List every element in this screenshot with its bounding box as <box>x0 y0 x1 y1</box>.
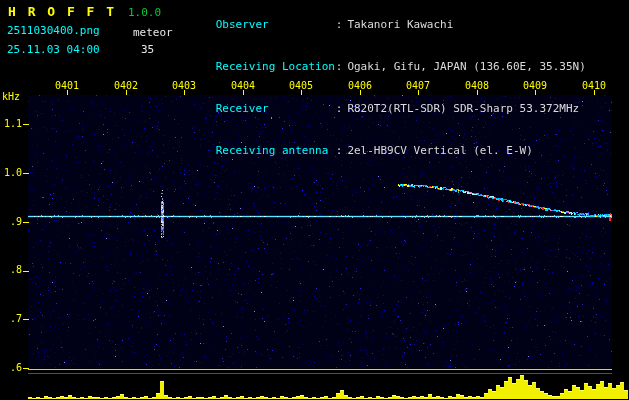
info-label: Receiving antenna <box>216 144 336 158</box>
x-tick-label: 0410 <box>579 81 609 91</box>
x-tick-label: 0408 <box>462 81 492 91</box>
x-tick-label: 0409 <box>520 81 550 91</box>
info-colon: : <box>336 60 343 73</box>
y-tick-label: .6 <box>0 363 22 373</box>
info-label: Observer <box>216 18 336 32</box>
info-value: R820T2(RTL-SDR) SDR-Sharp 53.372MHz <box>347 102 579 115</box>
info-label: Receiver <box>216 102 336 116</box>
x-tick-label: 0407 <box>403 81 433 91</box>
info-colon: : <box>336 102 343 115</box>
x-tick-label: 0405 <box>286 81 316 91</box>
y-tick-label: .8 <box>0 265 22 275</box>
y-tick-label: 1.1 <box>0 119 22 129</box>
output-filename: 2511030400.png <box>7 24 100 37</box>
info-row-observer: Observer:Takanori Kawachi <box>176 4 586 46</box>
mode-label: meteor <box>133 26 173 39</box>
datetime-label: 25.11.03 04:00 <box>7 43 100 56</box>
info-colon: : <box>336 144 343 157</box>
info-colon: : <box>336 18 343 31</box>
info-row-antenna: Receiving antenna:2el-HB9CV Vertical (el… <box>176 130 586 172</box>
x-tick-label: 0401 <box>52 81 82 91</box>
y-tick-label: .9 <box>0 217 22 227</box>
app-version: 1.0.0 <box>128 6 161 19</box>
x-tick-label: 0406 <box>345 81 375 91</box>
y-tick-label: .7 <box>0 314 22 324</box>
hrofft-screen: H R O F F T 1.0.0 2511030400.png meteor … <box>0 0 629 400</box>
info-value: Ogaki, Gifu, JAPAN (136.60E, 35.35N) <box>347 60 585 73</box>
info-row-receiver: Receiver:R820T2(RTL-SDR) SDR-Sharp 53.37… <box>176 88 586 130</box>
info-value: 2el-HB9CV Vertical (el. E-W) <box>347 144 532 157</box>
info-label: Receiving Location <box>216 60 336 74</box>
y-tick-label: 1.0 <box>0 168 22 178</box>
x-tick-label: 0404 <box>228 81 258 91</box>
y-axis-unit: kHz <box>2 92 20 102</box>
x-tick-label: 0402 <box>111 81 141 91</box>
echo-count: 35 <box>141 43 154 56</box>
info-value: Takanori Kawachi <box>347 18 453 31</box>
x-tick-label: 0403 <box>169 81 199 91</box>
app-title: H R O F F T <box>8 4 116 19</box>
